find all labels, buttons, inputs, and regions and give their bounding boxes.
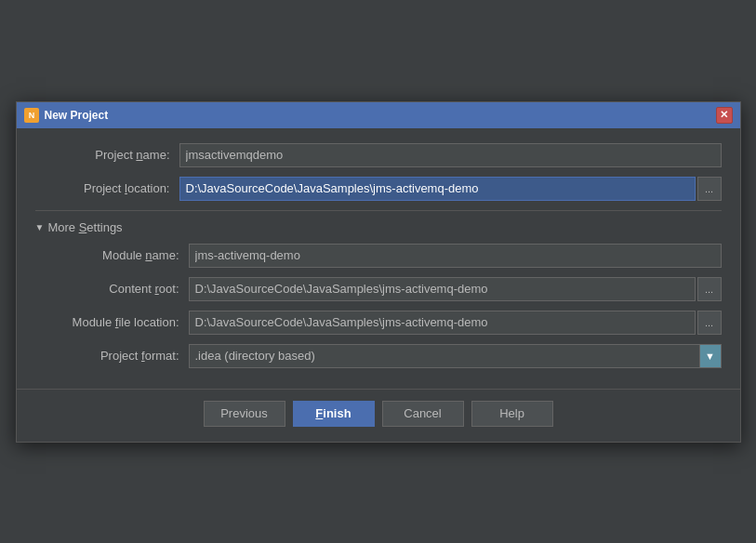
dialog-title: New Project xyxy=(45,109,109,122)
project-location-input[interactable] xyxy=(179,177,696,201)
svg-text:N: N xyxy=(28,111,34,120)
cancel-button[interactable]: Cancel xyxy=(382,401,464,427)
more-settings-toggle[interactable]: ▼ More Settings xyxy=(35,220,722,234)
module-name-label: Module name: xyxy=(45,248,189,262)
project-name-input[interactable] xyxy=(179,143,722,167)
project-location-browse-button[interactable]: ... xyxy=(697,177,722,201)
module-file-location-label: Module file location: xyxy=(45,315,189,329)
button-bar: Previous Finish Cancel Help xyxy=(17,389,740,442)
help-button[interactable]: Help xyxy=(471,401,553,427)
module-name-input[interactable] xyxy=(189,244,722,268)
close-button[interactable]: ✕ xyxy=(716,107,733,124)
module-file-location-browse-button[interactable]: ... xyxy=(697,311,722,335)
module-name-row: Module name: xyxy=(45,244,722,268)
project-format-select-wrapper: .idea (directory based) .ipr (file based… xyxy=(189,344,722,368)
project-format-row: Project format: .idea (directory based) … xyxy=(45,344,722,368)
module-file-location-input[interactable] xyxy=(189,311,696,335)
main-content: Project name: Project location: ... ▼ Mo… xyxy=(17,128,740,389)
project-format-label: Project format: xyxy=(45,349,189,363)
title-bar: N New Project ✕ xyxy=(17,102,740,128)
content-root-browse-button[interactable]: ... xyxy=(697,277,722,301)
project-location-row: Project location: ... xyxy=(35,177,722,201)
finish-button[interactable]: Finish xyxy=(293,401,375,427)
more-settings-section: ▼ More Settings Module name: Content roo… xyxy=(35,210,722,377)
more-settings-label: More Settings xyxy=(47,220,122,234)
more-settings-inner: Module name: Content root: ... Module fi… xyxy=(35,244,722,368)
triangle-icon: ▼ xyxy=(35,222,45,232)
project-name-row: Project name: xyxy=(35,143,722,167)
project-format-select[interactable]: .idea (directory based) .ipr (file based… xyxy=(189,344,722,368)
project-name-label: Project name: xyxy=(35,148,179,162)
module-file-location-row: Module file location: ... xyxy=(45,311,722,335)
previous-button[interactable]: Previous xyxy=(204,401,285,427)
content-root-input[interactable] xyxy=(189,277,696,301)
new-project-dialog: N New Project ✕ Project name: Project lo… xyxy=(16,101,741,443)
content-root-label: Content root: xyxy=(45,282,189,296)
project-location-label: Project location: xyxy=(35,181,179,195)
dialog-icon: N xyxy=(24,108,39,123)
content-root-row: Content root: ... xyxy=(45,277,722,301)
